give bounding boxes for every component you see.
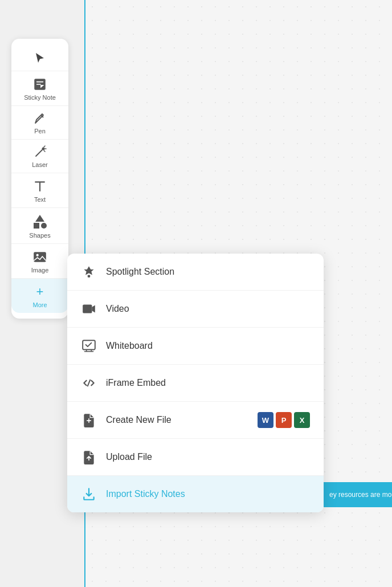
pen-label: Pen [34, 128, 46, 134]
excel-icon: X [294, 412, 310, 428]
svg-point-10 [36, 254, 39, 256]
svg-rect-7 [34, 223, 39, 229]
upload-file-label: Upload File [106, 452, 310, 462]
highlight-text: ey resources are mos [329, 491, 392, 499]
svg-rect-12 [83, 304, 92, 313]
upload-file-item[interactable]: Upload File [67, 439, 324, 476]
video-item[interactable]: Video [67, 291, 324, 328]
svg-rect-9 [34, 252, 46, 262]
sticky-note-icon [32, 77, 47, 92]
whiteboard-item[interactable]: Whiteboard [67, 328, 324, 365]
sticky-note-tool[interactable]: Sticky Note [11, 71, 68, 106]
iframe-item[interactable]: iFrame Embed [67, 365, 324, 402]
svg-rect-11 [88, 275, 90, 277]
spotlight-section-item[interactable]: Spotlight Section [67, 254, 324, 291]
office-icons: W P X [258, 412, 310, 428]
svg-line-5 [44, 150, 45, 152]
svg-marker-6 [35, 215, 44, 222]
powerpoint-icon: P [276, 412, 292, 428]
video-label: Video [106, 304, 310, 314]
svg-line-3 [44, 146, 45, 147]
text-tool[interactable]: Text [11, 173, 68, 208]
svg-line-2 [36, 150, 42, 156]
text-label: Text [34, 196, 46, 203]
more-label: More [32, 301, 47, 308]
plus-icon: + [36, 284, 44, 299]
highlight-bar: ey resources are mos [324, 482, 392, 507]
spotlight-label: Spotlight Section [106, 267, 310, 277]
more-tool[interactable]: + More [11, 279, 68, 313]
toolbar: Sticky Note Pen Laser Text [11, 39, 68, 319]
shapes-tool[interactable]: Shapes [11, 208, 68, 244]
import-icon [81, 486, 97, 502]
dropdown-menu: Spotlight Section Video Whiteboard [67, 254, 324, 512]
shapes-label: Shapes [29, 232, 50, 239]
sticky-note-label: Sticky Note [24, 94, 56, 101]
shapes-icon [32, 214, 48, 230]
whiteboard-label: Whiteboard [106, 341, 310, 351]
iframe-label: iFrame Embed [106, 378, 310, 388]
spotlight-icon [81, 264, 97, 280]
laser-icon [33, 145, 47, 159]
image-tool[interactable]: Image [11, 244, 68, 279]
import-sticky-item[interactable]: Import Sticky Notes [67, 476, 324, 512]
create-file-label: Create New File [106, 415, 248, 425]
pen-icon [33, 112, 47, 125]
video-icon [81, 301, 97, 317]
word-icon: W [258, 412, 273, 428]
laser-tool[interactable]: Laser [11, 140, 68, 173]
cursor-tool[interactable] [11, 44, 68, 71]
iframe-icon [81, 375, 97, 391]
import-sticky-label: Import Sticky Notes [106, 489, 310, 499]
upload-file-icon [81, 449, 97, 465]
text-icon [32, 179, 47, 194]
create-file-icon [81, 412, 97, 428]
image-label: Image [31, 267, 49, 274]
svg-point-8 [41, 223, 47, 229]
cursor-icon [33, 51, 47, 65]
pen-tool[interactable]: Pen [11, 106, 68, 140]
laser-label: Laser [32, 161, 48, 168]
image-icon [32, 250, 47, 264]
whiteboard-icon [81, 338, 97, 354]
create-file-item[interactable]: Create New File W P X [67, 402, 324, 439]
